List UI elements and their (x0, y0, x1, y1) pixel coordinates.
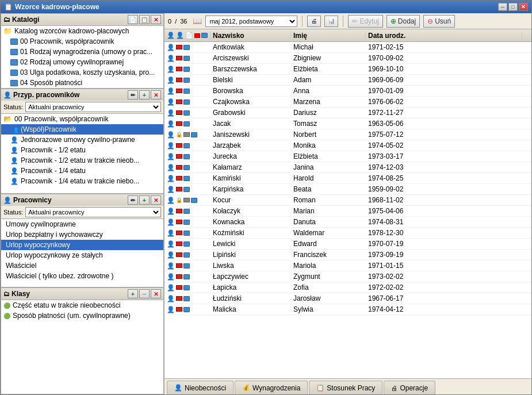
print-button[interactable]: 🖨 (307, 16, 321, 27)
cell-icons: 👤 🔒 (164, 131, 210, 139)
table-row[interactable]: 👤 Lipiński Franciszek 1973-09-19 (164, 250, 531, 260)
table-row[interactable]: 👤 🔒 Janiszewski Norbert 1975-07-12 (164, 129, 531, 140)
tab-stosunek-pracy[interactable]: 📋 Stosunek Pracy (309, 381, 382, 394)
cell-data: 1974-05-02 (366, 141, 531, 149)
tree-item-04[interactable]: 04 Sposób płatności (1, 78, 163, 88)
cell-imie: Elżbieta (291, 152, 366, 160)
table-row[interactable]: 👤 Kownacka Danuta 1974-08-31 (164, 217, 531, 228)
close-button[interactable]: ✕ (519, 3, 528, 11)
pracownicy-item-5[interactable]: Właściciel ( tylko ubez. zdrowotne ) (1, 271, 163, 281)
przyp-add-button[interactable]: + (139, 90, 150, 99)
klasy-minus-button[interactable]: ─ (139, 289, 150, 298)
table-row[interactable]: 👤 Borowska Anna 1970-01-09 (164, 86, 531, 97)
row-flag (176, 285, 182, 290)
pracownicy-item-3[interactable]: Urlop wypoczynkowy ze stałych (1, 250, 163, 260)
pracownicy-edit-button[interactable]: ✏ (128, 195, 138, 205)
pracownicy-close-button[interactable]: ✕ (151, 195, 161, 205)
table-row[interactable]: 👤 Kałamarz Janina 1974-12-03 (164, 162, 531, 173)
przyp-tree-item-2[interactable]: 👤 Pracownik - 1/2 etatu (1, 145, 163, 155)
przyp-edit-button[interactable]: ✏ (128, 90, 138, 99)
table-row[interactable]: 👤 Łapczywiec Zygmunt 1973-02-02 (164, 271, 531, 282)
przyp-tree-item-1[interactable]: 👤 Jednorazowe umowy cywilno-prawne (1, 135, 163, 145)
klasy-add-button[interactable]: + (128, 289, 138, 298)
table-row[interactable]: 👤 Arciszewski Zbigniew 1970-09-02 (164, 53, 531, 64)
book-icon-0 (10, 39, 18, 45)
tab-operacje[interactable]: 🖨 Operacje (384, 381, 435, 394)
cell-data: 1973-09-19 (366, 251, 531, 259)
table-row[interactable]: 👤 Jurecka Elżbieta 1973-03-17 (164, 151, 531, 162)
maximize-button[interactable]: □ (508, 3, 518, 11)
przyp-item-label-5: Pracownik - 1/4 etatu w trakcie niebo... (21, 177, 139, 185)
pracownicy-item-2[interactable]: Urlop wypoczynkowy (1, 240, 163, 250)
table-row[interactable]: 👤 Czajkowska Marzena 1976-06-02 (164, 97, 531, 108)
table-row[interactable]: 👤 Liwska Mariola 1971-01-15 (164, 260, 531, 271)
table-row[interactable]: 👤 Łapicka Zofia 1972-02-02 (164, 282, 531, 293)
row-book-icon (183, 241, 190, 247)
pracownicy-status-select[interactable]: Aktualni pracownicy (25, 207, 161, 217)
table-row[interactable]: 👤 Kamiński Harold 1974-08-25 (164, 173, 531, 184)
toolbar-sep-1 (302, 16, 303, 27)
tree-item-02[interactable]: 02 Rodzaj umowy cywilnoprawnej (1, 57, 163, 67)
table-row[interactable]: 👤 🔒 Kocur Roman 1968-11-02 (164, 195, 531, 206)
klasy-close-button[interactable]: ✕ (151, 289, 161, 298)
tree-item-katalog-root[interactable]: 📁 Katalog wzorców kadrowo-płacowych (1, 26, 163, 36)
tab-wynagrodzenia-icon: 💰 (242, 384, 250, 392)
table-row[interactable]: 👤 Barszczewska Elżbieta 1969-10-10 (164, 64, 531, 75)
pracownicy-item-4[interactable]: Właściciel (1, 260, 163, 271)
table-row[interactable]: 👤 Łudziński Jarosław 1967-06-17 (164, 293, 531, 304)
export-button[interactable]: 📊 (324, 16, 338, 27)
cell-icons: 👤 (164, 44, 210, 51)
pracownicy-add-button[interactable]: + (139, 195, 150, 205)
tree-item-03[interactable]: 03 Ulga podatkowa, koszty uzyskania, pro… (1, 67, 163, 78)
table-row[interactable]: 👤 Antkowiak Michał 1971-02-15 (164, 42, 531, 53)
przyp-tree-item-3[interactable]: 👤 Pracownik - 1/2 etatu w trakcie nieob.… (1, 155, 163, 166)
row-book-icon (191, 198, 197, 203)
row-person-icon: 👤 (167, 66, 175, 73)
table-row[interactable]: 👤 Grabowski Dariusz 1972-11-27 (164, 108, 531, 118)
tab-wynagrodzenia[interactable]: 💰 Wynagrodzenia (235, 381, 308, 394)
tab-nieobecnosci[interactable]: 👤 Nieobecności (167, 381, 234, 394)
row-person-icon: 👤 (167, 55, 175, 62)
table-row[interactable]: 👤 Malicka Sylwia 1974-04-12 (164, 304, 531, 315)
row-person-icon: 👤 (167, 229, 175, 237)
table-row[interactable]: 👤 Jacak Tomasz 1963-05-06 (164, 118, 531, 129)
cell-data: 1973-03-17 (366, 152, 531, 160)
month-select[interactable]: maj 2012, podstawowy (205, 16, 297, 27)
row-person-icon: 👤 (167, 251, 175, 259)
table-row[interactable]: 👤 Kołaczyk Marian 1975-04-06 (164, 206, 531, 217)
katalogi-add-button[interactable]: 📄 (128, 15, 138, 24)
przyp-tree-root[interactable]: 📂 00 Pracownik, współpracownik (1, 114, 163, 124)
cell-data: 1970-01-09 (366, 87, 531, 95)
table-row[interactable]: 👤 Koźmiński Waldemar 1978-12-30 (164, 228, 531, 239)
titlebar-controls: ─ □ ✕ (498, 3, 528, 11)
dodaj-button[interactable]: ⊕ Dodaj (386, 15, 420, 28)
przyp-tree-item-5[interactable]: 👤 Pracownik - 1/4 etatu w trakcie niebo.… (1, 176, 163, 186)
cell-imie: Zofia (291, 283, 366, 292)
pracownicy-item-0[interactable]: Umowy cywilnoprawne (1, 219, 163, 229)
table-row[interactable]: 👤 Karpińska Beata 1959-09-02 (164, 184, 531, 195)
katalogi-copy-button[interactable]: 📋 (139, 15, 150, 24)
pracownicy-item-1[interactable]: Urlop bezpłatny i wychowawczy (1, 229, 163, 240)
przyp-tree-item-4[interactable]: 👤 Pracownik - 1/4 etatu (1, 166, 163, 176)
table-row[interactable]: 👤 Bielski Adam 1969-06-09 (164, 75, 531, 86)
minimize-button[interactable]: ─ (498, 3, 507, 11)
klasy-item-0[interactable]: 🟢 Część etatu w trakcie nieobecności (1, 300, 163, 310)
cell-icons: 👤 (164, 251, 210, 259)
przyp-tree-item-0[interactable]: 👥 (Współ)Pracownik (1, 124, 163, 135)
tree-item-00[interactable]: 00 Pracownik, współpracownik (1, 36, 163, 47)
table-row[interactable]: 👤 Lewicki Edward 1970-07-19 (164, 239, 531, 250)
katalogi-close-button[interactable]: ✕ (151, 15, 161, 24)
klasy-controls: + ─ ✕ (128, 289, 161, 298)
table-row[interactable]: 👤 Jarząbek Monika 1974-05-02 (164, 140, 531, 151)
klasy-item-1[interactable]: 🟢 Sposób płatności (um. cywilnoprawne) (1, 310, 163, 321)
przyp-close-button[interactable]: ✕ (151, 90, 161, 99)
row-person-icon: 👤 (167, 273, 175, 281)
pracownicy-status-row: Status: Aktualni pracownicy (1, 206, 164, 218)
klasy-item-label-0: Część etatu w trakcie nieobecności (13, 301, 120, 309)
edytuj-button[interactable]: ✏ Edytuj (348, 15, 382, 28)
usun-button[interactable]: ⊖ Usuń (423, 15, 455, 28)
row-book-icon (183, 56, 190, 61)
przyp-status-select[interactable]: Aktualni pracownicy (25, 102, 161, 112)
cell-data: 1971-01-15 (366, 262, 531, 270)
tree-item-01[interactable]: 01 Rodzaj wynagrodzenia (umowy o prac... (1, 47, 163, 57)
